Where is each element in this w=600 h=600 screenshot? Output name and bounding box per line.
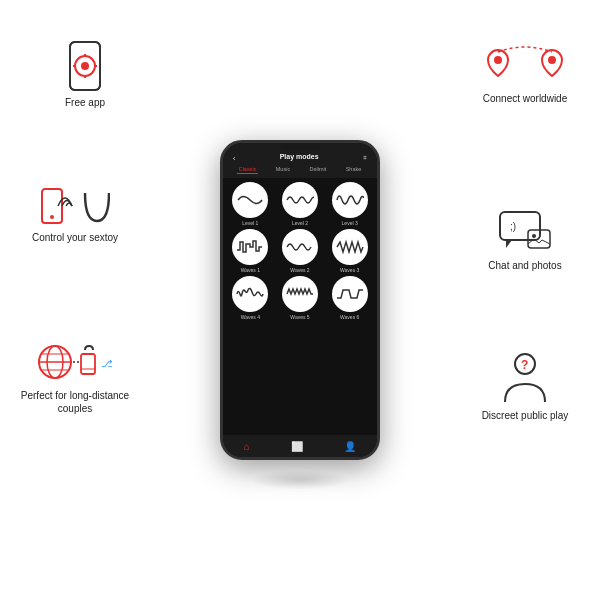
waves2-label: Waves 2: [290, 267, 309, 273]
nav-profile-icon[interactable]: 👤: [344, 441, 356, 452]
tab-music[interactable]: Music: [274, 165, 292, 174]
screen-title: Play modes: [280, 153, 319, 160]
phone-mockup: ‹ Play modes ⌗ Classic Music Delimit Sha…: [220, 140, 380, 460]
svg-point-25: [532, 234, 536, 238]
tab-shake[interactable]: Shake: [344, 165, 364, 174]
free-app-label: Free app: [65, 96, 105, 109]
screen-nav: ⌂ ⬜ 👤: [223, 435, 377, 457]
svg-point-20: [548, 56, 556, 64]
phone-screen: ‹ Play modes ⌗ Classic Music Delimit Sha…: [223, 143, 377, 457]
grid-item-waves3[interactable]: Waves 3: [326, 229, 373, 273]
level3-circle: [332, 182, 368, 218]
back-button[interactable]: ‹: [233, 155, 235, 162]
waves4-circle: [232, 276, 268, 312]
grid-item-waves4[interactable]: Waves 4: [227, 276, 274, 320]
feature-long-distance: ⎇ Perfect for long-distance couples: [20, 340, 130, 415]
svg-marker-22: [506, 240, 512, 248]
level1-label: Level 1: [242, 220, 258, 226]
nav-home-icon[interactable]: ⌂: [244, 441, 250, 452]
svg-text:;): ;): [510, 221, 516, 232]
connect-label: Connect worldwide: [483, 92, 568, 105]
feature-connect: Connect worldwide: [470, 40, 580, 105]
phone-reflection: [250, 470, 350, 490]
waves1-circle: [232, 229, 268, 265]
waves6-label: Waves 6: [340, 314, 359, 320]
svg-rect-16: [81, 354, 95, 374]
waves5-label: Waves 5: [290, 314, 309, 320]
long-distance-label: Perfect for long-distance couples: [20, 389, 130, 415]
free-app-icon: [64, 40, 106, 92]
waves4-label: Waves 4: [241, 314, 260, 320]
screen-tabs: Classic Music Delimit Shake: [229, 165, 371, 174]
control-icon: [40, 185, 110, 227]
chat-label: Chat and photos: [488, 259, 561, 272]
phone-notch: [280, 143, 320, 151]
discreet-label: Discreet public play: [482, 409, 569, 422]
svg-text:⎇: ⎇: [101, 358, 113, 369]
nav-chat-icon[interactable]: ⬜: [291, 441, 303, 452]
level2-label: Level 2: [292, 220, 308, 226]
waves3-circle: [332, 229, 368, 265]
grid-item-level2[interactable]: Level 2: [277, 182, 324, 226]
grid-item-waves2[interactable]: Waves 2: [277, 229, 324, 273]
control-label: Control your sextoy: [32, 231, 118, 244]
waves6-circle: [332, 276, 368, 312]
connect-icon: [480, 40, 570, 88]
svg-point-3: [81, 62, 89, 70]
vibration-grid: Level 1 Level 2: [223, 178, 377, 324]
waves5-circle: [282, 276, 318, 312]
waves2-circle: [282, 229, 318, 265]
feature-control: Control your sextoy: [20, 185, 130, 244]
long-distance-icon: ⎇: [35, 340, 115, 385]
tab-delimit[interactable]: Delimit: [308, 165, 329, 174]
grid-item-waves1[interactable]: Waves 1: [227, 229, 274, 273]
discreet-icon: ?: [500, 350, 550, 405]
bluetooth-icon[interactable]: ⌗: [363, 154, 367, 162]
grid-item-waves5[interactable]: Waves 5: [277, 276, 324, 320]
level3-label: Level 3: [342, 220, 358, 226]
phone-body: ‹ Play modes ⌗ Classic Music Delimit Sha…: [220, 140, 380, 460]
grid-item-level1[interactable]: Level 1: [227, 182, 274, 226]
feature-chat: ;) Chat and photos: [470, 210, 580, 272]
feature-free-app: Free app: [30, 40, 140, 109]
feature-discreet: ? Discreet public play: [470, 350, 580, 422]
grid-item-waves6[interactable]: Waves 6: [326, 276, 373, 320]
level1-circle: [232, 182, 268, 218]
svg-text:?: ?: [521, 358, 528, 372]
grid-item-level3[interactable]: Level 3: [326, 182, 373, 226]
tab-classic[interactable]: Classic: [237, 165, 259, 174]
level2-circle: [282, 182, 318, 218]
waves1-label: Waves 1: [241, 267, 260, 273]
svg-point-19: [494, 56, 502, 64]
waves3-label: Waves 3: [340, 267, 359, 273]
svg-point-9: [50, 215, 54, 219]
chat-icon: ;): [498, 210, 553, 255]
